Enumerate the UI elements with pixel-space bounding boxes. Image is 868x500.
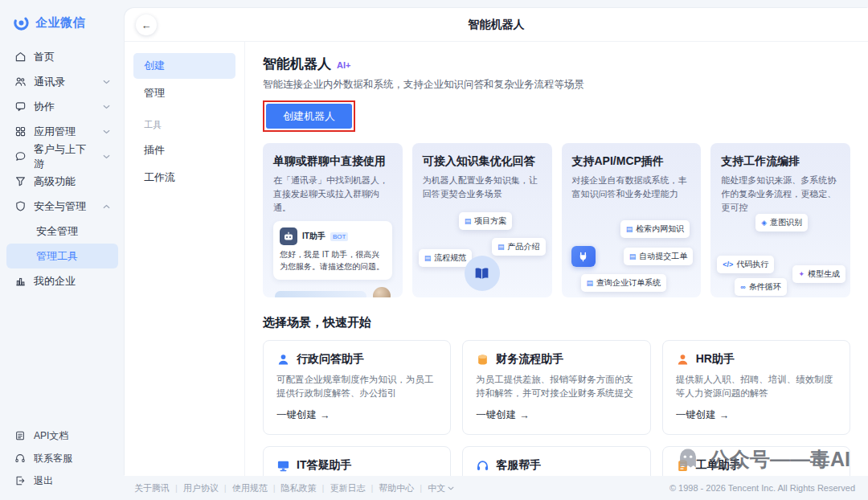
funnel-icon xyxy=(14,175,27,187)
sidebar-item-customers[interactable]: 客户与上下游 xyxy=(6,144,118,169)
scenario-desc: 可配置企业规章制度作为知识，为员工提供行政制度解答、办公指引 xyxy=(276,373,437,400)
footer-link-help-center[interactable]: 帮助中心 xyxy=(379,482,414,494)
chevron-down-icon xyxy=(103,154,110,159)
sidebar-subitem-security-admin[interactable]: 安全管理 xyxy=(6,219,118,244)
content-column: ← 智能机器人 创建 管理 工具 插件 工作流 xyxy=(125,0,868,500)
sidebar-item-label: 我的企业 xyxy=(34,274,76,289)
subnav-item-create[interactable]: 创建 xyxy=(133,53,235,79)
subnav-item-label: 创建 xyxy=(144,59,165,73)
sidebar-item-my-enterprise[interactable]: 我的企业 xyxy=(6,268,118,293)
scenario-title: 行政问答助手 xyxy=(297,352,364,367)
doc-icon: ▤ xyxy=(629,252,637,260)
page-title: 智能机器人 xyxy=(469,18,525,32)
workflow-tag: </> 代码执行 xyxy=(717,256,774,273)
topbar: ← 智能机器人 xyxy=(125,8,868,42)
sidebar-item-contacts[interactable]: 通讯录 xyxy=(6,69,118,94)
scenario-section-title: 选择场景，快速开始 xyxy=(263,315,850,330)
arrow-right-icon: → xyxy=(719,410,730,421)
footer-separator: | xyxy=(175,483,178,493)
intent-icon: ◈ xyxy=(761,219,767,227)
copyright-text: © 1998 - 2026 Tencent Inc. All Rights Re… xyxy=(669,483,855,493)
scenario-title: 财务流程助手 xyxy=(496,352,563,367)
scenario-card-hr[interactable]: HR助手 提供新人入职、招聘、培训、绩效制度等人力资源问题的解答 一键创建 → xyxy=(662,340,850,435)
footer-separator: | xyxy=(224,483,227,493)
sidebar-item-label: 高级功能 xyxy=(34,174,76,189)
main-panel: 智能机器人 AI+ 智能连接企业内外数据和系统，支持企业知识问答和复杂业务流程等… xyxy=(245,42,868,476)
doc-icon: ▤ xyxy=(587,279,594,287)
coins-icon xyxy=(476,353,489,367)
scenario-card-ticket[interactable]: 工单助手 可对接企业业务工单系统，帮助员工提交 一键创建 → xyxy=(662,446,850,476)
scenario-card-it[interactable]: IT答疑助手 为员工提供软件使用、系统安全、故障排查 一键创建 → xyxy=(263,446,451,476)
shield-icon xyxy=(14,200,27,212)
book-icon xyxy=(465,256,500,291)
feature-cards: 单聊或群聊中直接使用 在「通讯录」中找到机器人，直接发起聊天或拉入群聊沟通。 I… xyxy=(263,143,850,297)
back-button[interactable]: ← xyxy=(136,14,157,35)
subnav-item-plugins[interactable]: 插件 xyxy=(133,137,235,163)
feature-card-direct-chat: 单聊或群聊中直接使用 在「通讯录」中找到机器人，直接发起聊天或拉入群聊沟通。 I… xyxy=(263,143,403,297)
feature-desc: 在「通讯录」中找到机器人，直接发起聊天或拉入群聊沟通。 xyxy=(273,174,392,215)
sidebar-item-advanced-features[interactable]: 高级功能 xyxy=(6,169,118,194)
feature-desc: 为机器人配置业务知识集，让回答更契合业务场景 xyxy=(423,174,542,201)
footer-link-user-agreement[interactable]: 用户协议 xyxy=(183,482,219,494)
sidebar-item-api-docs[interactable]: API文档 xyxy=(6,424,118,447)
footer-separator: | xyxy=(273,483,276,493)
sidebar-subitem-management-tools[interactable]: 管理工具 xyxy=(6,244,118,268)
bar-chart-icon xyxy=(14,275,27,287)
sidebar-item-security-management[interactable]: 安全与管理 xyxy=(6,194,118,219)
tag-label: 产品介绍 xyxy=(508,241,540,252)
scenario-card-customer-service[interactable]: 客服帮手 可通过插件对接企业内部商品、订单、客户等数 一键创建 → xyxy=(462,446,650,476)
sidebar-item-app-management[interactable]: 应用管理 xyxy=(6,119,118,144)
sidebar-subitem-label: 管理工具 xyxy=(36,249,78,264)
ai-plus-badge: AI+ xyxy=(337,60,350,70)
chevron-down-icon xyxy=(103,105,110,109)
create-robot-button[interactable]: 创建机器人 xyxy=(266,104,352,129)
language-selector[interactable]: 中文 xyxy=(428,482,454,494)
subnav-item-workflow[interactable]: 工作流 xyxy=(133,165,235,191)
sidebar-item-contact-support[interactable]: 联系客服 xyxy=(6,447,118,469)
action-label: 一键创建 xyxy=(276,408,317,422)
one-click-create-link[interactable]: 一键创建 → xyxy=(676,408,837,422)
app-logo-text: 企业微信 xyxy=(35,15,85,31)
footer-link-changelog[interactable]: 更新日志 xyxy=(330,482,365,494)
chat-message: 您好，我是 IT 助手，很高兴为您服务。请描述您的问题。 xyxy=(280,249,386,273)
workflow-tag: ∞ 条件循环 xyxy=(735,278,786,296)
workflow-tag: ✦ 模型生成 xyxy=(792,265,845,283)
one-click-create-link[interactable]: 一键创建 → xyxy=(276,408,437,422)
knowledge-tag: ▤ 流程规范 xyxy=(419,249,473,267)
clipboard-icon xyxy=(676,459,690,473)
subnav-item-label: 工作流 xyxy=(144,170,175,185)
person-icon xyxy=(676,353,690,367)
sidebar-item-home[interactable]: 首页 xyxy=(6,44,118,69)
code-icon: </> xyxy=(723,260,733,268)
tag-label: 流程规范 xyxy=(434,252,466,264)
sidebar-item-label: 客户与上下游 xyxy=(34,142,96,171)
doc-icon: ▤ xyxy=(626,225,633,233)
sidebar-item-collaboration[interactable]: 协作 xyxy=(6,94,118,119)
sidebar-item-label: 退出 xyxy=(34,474,53,488)
scenario-cards: 行政问答助手 可配置企业规章制度作为知识，为员工提供行政制度解答、办公指引 一键… xyxy=(263,340,850,476)
chevron-down-icon xyxy=(448,486,454,490)
app-logo[interactable]: 企业微信 xyxy=(6,13,118,44)
arrow-right-icon: → xyxy=(519,410,530,421)
comment-icon xyxy=(14,150,27,162)
sidebar-item-label: 协作 xyxy=(34,100,55,114)
subnav-item-manage[interactable]: 管理 xyxy=(133,80,235,106)
tag-label: 模型生成 xyxy=(808,268,840,280)
footer-link-usage-policy[interactable]: 使用规范 xyxy=(232,482,268,494)
chevron-down-icon xyxy=(103,129,110,134)
sidebar-item-logout[interactable]: 退出 xyxy=(6,469,118,492)
monitor-icon xyxy=(276,459,290,473)
scenario-card-finance[interactable]: 财务流程助手 为员工提供差旅、报销等财务方面的支持和解答，并可对接企业财务系统提… xyxy=(462,340,650,435)
chevron-up-icon xyxy=(103,204,110,209)
scenario-card-admin-qa[interactable]: 行政问答助手 可配置企业规章制度作为知识，为员工提供行政制度解答、办公指引 一键… xyxy=(263,340,451,435)
tag-label: 项目方案 xyxy=(474,215,506,227)
footer-link-privacy[interactable]: 隐私政策 xyxy=(281,482,317,494)
arrow-right-icon: → xyxy=(320,410,330,421)
doc-icon: ▤ xyxy=(424,254,432,262)
sidebar-item-label: 通讯录 xyxy=(34,75,65,89)
person-icon xyxy=(276,353,290,367)
sidebar-bottom-group: API文档 联系客服 退出 xyxy=(6,424,118,494)
footer-link-about[interactable]: 关于腾讯 xyxy=(134,482,170,494)
one-click-create-link[interactable]: 一键创建 → xyxy=(476,408,637,422)
knowledge-tag: ▤ 项目方案 xyxy=(459,212,513,230)
